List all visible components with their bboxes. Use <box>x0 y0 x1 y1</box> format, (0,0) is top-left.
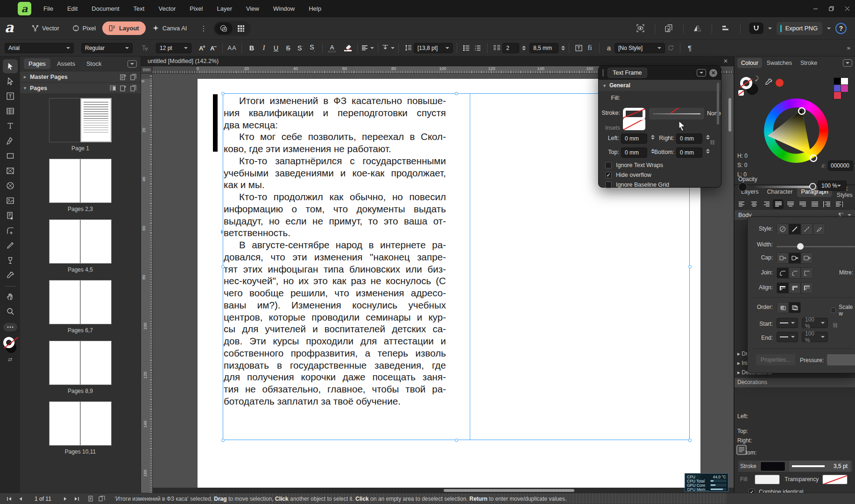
panel-menu-icon[interactable] <box>843 59 852 67</box>
round-join-button[interactable] <box>777 267 789 279</box>
all-caps-icon[interactable]: AA <box>226 42 238 54</box>
move-tool[interactable] <box>3 59 18 73</box>
stroke-swatch-front[interactable] <box>740 77 752 89</box>
mini-swatch[interactable] <box>841 85 848 92</box>
justify-centre-button[interactable] <box>785 199 796 209</box>
gutter-stepper[interactable] <box>561 46 565 50</box>
selection-handle[interactable] <box>455 439 458 442</box>
pages-section[interactable]: ▾ Pages <box>20 82 141 93</box>
swap-colours-icon[interactable]: ⇄ <box>8 357 12 363</box>
left-page-thumb[interactable] <box>49 341 80 385</box>
frame-option-row[interactable]: ✓Hide overflow <box>605 172 669 178</box>
pages-panel-menu-icon[interactable] <box>127 60 137 68</box>
align-away-from-spine-button[interactable] <box>834 199 844 209</box>
colour-picker-tool[interactable] <box>3 268 18 282</box>
opacity-slider[interactable] <box>751 186 813 188</box>
mini-swatch[interactable] <box>834 85 841 92</box>
numbered-list-icon[interactable] <box>472 42 483 54</box>
active-section-row[interactable]: Decorations <box>735 378 855 387</box>
toolbar-overflow-icon[interactable]: » <box>847 44 850 51</box>
menu-layer[interactable]: Layer <box>212 3 238 14</box>
align-centre-button[interactable] <box>749 199 759 209</box>
align-outside-button[interactable] <box>801 282 813 294</box>
menu-edit[interactable]: Edit <box>62 3 83 14</box>
menu-file[interactable]: File <box>38 3 59 14</box>
column-gutter-input[interactable]: 8,5 mm <box>530 43 558 53</box>
page-thumbnail[interactable]: Pages 8,9 <box>49 341 112 385</box>
start-style-select[interactable] <box>777 318 798 328</box>
start-end-link-icon[interactable]: ⛓ <box>833 322 838 328</box>
vector-brush-tool[interactable] <box>3 238 18 252</box>
stroke-style-preview[interactable] <box>649 108 704 119</box>
inset-bottom-stepper[interactable] <box>706 149 710 154</box>
single-page-icon[interactable] <box>85 493 96 504</box>
right-page-thumb[interactable] <box>80 341 112 385</box>
persona-more-icon[interactable]: ⋮ <box>200 24 207 33</box>
page-thumbnail-item[interactable]: Pages 4,5 <box>20 219 141 280</box>
mores-tool[interactable] <box>3 323 17 331</box>
no-colour-mini-swatch[interactable] <box>738 90 744 96</box>
minimize-button[interactable] <box>807 3 823 15</box>
left-page-thumb[interactable] <box>49 219 80 264</box>
persona-pixel[interactable]: Pixel <box>66 21 102 35</box>
previous-page-icon[interactable] <box>15 493 26 504</box>
page-thumbnail[interactable]: Page 1 <box>49 98 112 142</box>
picture-frame-ellipse-tool[interactable] <box>3 179 18 193</box>
facing-pages-icon[interactable] <box>96 493 107 504</box>
arrange-icon[interactable] <box>721 23 732 34</box>
help-button[interactable]: ? <box>835 23 847 34</box>
mini-swatch[interactable] <box>834 92 841 99</box>
font-family-select[interactable]: Arial <box>5 43 74 53</box>
brush-stroke-style-button[interactable] <box>813 224 825 235</box>
font-style-select[interactable]: Regular <box>81 43 133 53</box>
bold-button[interactable]: B <box>246 44 258 52</box>
align-right-button[interactable] <box>761 199 771 209</box>
canvas-horizontal-scrollbar[interactable] <box>444 489 574 492</box>
strikethrough-button[interactable]: S <box>282 44 294 52</box>
snapping-dropdown-caret[interactable] <box>768 28 772 29</box>
menu-pixel[interactable]: Pixel <box>184 3 208 14</box>
frame-option-row[interactable]: Ignore Baseline Grid <box>605 182 669 188</box>
mini-swatch[interactable] <box>834 78 841 85</box>
panel-menu-icon[interactable] <box>697 69 706 77</box>
page-thumbnail[interactable]: Pages 2,3 <box>49 159 112 203</box>
pen-tool[interactable] <box>3 134 18 148</box>
selection-handle[interactable] <box>688 439 692 442</box>
end-scale-select[interactable]: 100 % <box>802 332 828 342</box>
studio-tab-character[interactable]: Character <box>763 187 797 197</box>
frame-stroke-swatch[interactable] <box>623 108 645 120</box>
text-frame-panel-titlebar[interactable]: Text Frame ✕ <box>599 66 721 80</box>
align-left-button[interactable] <box>736 199 747 209</box>
highlight-icon[interactable] <box>342 42 353 54</box>
page-thumbnail-item[interactable]: Pages 10,11 <box>20 401 141 462</box>
fill-stroke-indicator[interactable] <box>2 337 18 356</box>
close-button[interactable] <box>839 3 855 15</box>
font-size-select[interactable]: 12 pt <box>156 43 191 53</box>
next-page-icon[interactable] <box>60 493 71 504</box>
selection-handle[interactable] <box>221 439 225 442</box>
round-cap-button[interactable] <box>789 252 801 264</box>
opacity-value-select[interactable]: 100 % <box>818 181 847 191</box>
colour-tab-stroke[interactable]: Stroke <box>797 58 821 68</box>
menu-vector[interactable]: Vector <box>153 3 181 14</box>
page-thumbnail[interactable]: Pages 10,11 <box>49 401 112 446</box>
selection-handle[interactable] <box>221 92 225 95</box>
decoration-stroke-swatch[interactable] <box>760 462 785 471</box>
menu-window[interactable]: Window <box>268 3 300 14</box>
export-png-button[interactable]: Export PNG <box>777 22 822 35</box>
hide-overflow-checkbox[interactable]: ✓ <box>605 172 612 178</box>
rectangle-tool[interactable] <box>3 149 18 163</box>
inset-right-input[interactable]: 0 mm <box>676 133 702 144</box>
image-tool[interactable] <box>3 194 18 208</box>
decoration-fill-swatch[interactable] <box>755 475 780 484</box>
studio-tab-stock[interactable]: Stock <box>82 58 106 69</box>
studio-tab-pages[interactable]: Pages <box>24 58 50 69</box>
duplicate-page-icon[interactable] <box>130 85 137 91</box>
properties-button[interactable]: Properties... <box>756 354 795 365</box>
ligatures-icon[interactable]: fi <box>584 42 595 54</box>
document-tab[interactable]: untitled [Modified] (142.2%) <box>141 58 225 64</box>
inset-link-icon[interactable]: ⛓ <box>710 140 715 145</box>
inset-right-stepper[interactable] <box>706 135 710 140</box>
frame-option-row[interactable]: Ignore Text Wraps <box>605 162 669 168</box>
vertical-align-dropdown[interactable] <box>382 42 395 54</box>
